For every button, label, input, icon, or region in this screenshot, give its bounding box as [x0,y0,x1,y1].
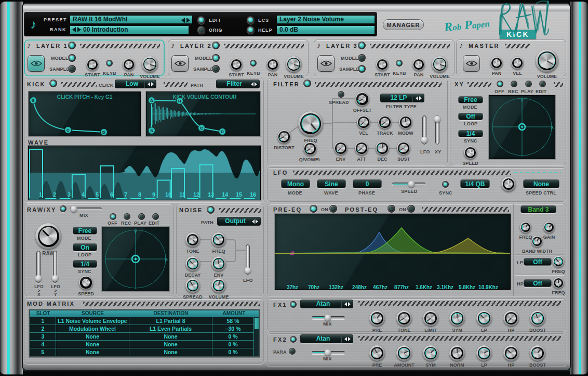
svg-text:Y: Y [520,98,524,103]
svg-text:CLICK PITCH - Key G1: CLICK PITCH - Key G1 [57,94,113,100]
svg-text:H: H [178,99,181,103]
svg-text:A: A [150,98,153,103]
svg-text:1.6Khz: 1.6Khz [416,284,432,289]
svg-text:D: D [102,130,105,135]
svg-text:248hz: 248hz [352,284,367,289]
svg-text:C: C [66,128,70,133]
svg-text:S: S [150,128,153,133]
svg-text:4: 4 [82,191,85,198]
svg-text:X: X [551,125,554,130]
svg-text:5.8Khz: 5.8Khz [459,284,475,289]
svg-text:1: 1 [39,191,42,198]
svg-text:467hz: 467hz [373,284,387,289]
svg-text:3: 3 [68,191,71,198]
svg-text:11: 11 [179,191,185,198]
svg-text:Rob Papen: Rob Papen [443,16,490,34]
svg-text:37hz: 37hz [287,284,298,289]
svg-text:8: 8 [138,191,141,198]
svg-text:12: 12 [193,191,199,198]
svg-text:14: 14 [222,191,229,198]
svg-text:S: S [32,98,35,103]
svg-text:10.9Khz: 10.9Khz [478,284,498,289]
svg-text:6: 6 [110,191,113,198]
svg-text:10: 10 [165,191,171,198]
svg-text:X: X [165,257,168,262]
svg-text:877hz: 877hz [394,284,409,289]
svg-text:70hz: 70hz [308,284,319,289]
svg-text:13: 13 [208,191,214,198]
svg-text:C: C [200,126,203,131]
svg-text:15: 15 [236,191,242,198]
svg-text:132hz: 132hz [329,284,343,289]
svg-text:2: 2 [53,191,56,198]
svg-text:Y: Y [134,229,137,235]
svg-text:5: 5 [96,191,99,198]
svg-text:D: D [221,129,224,134]
svg-text:16: 16 [250,191,256,198]
svg-text:9: 9 [152,191,155,198]
svg-text:7: 7 [124,191,127,198]
svg-text:3.1Khz: 3.1Khz [437,284,453,289]
